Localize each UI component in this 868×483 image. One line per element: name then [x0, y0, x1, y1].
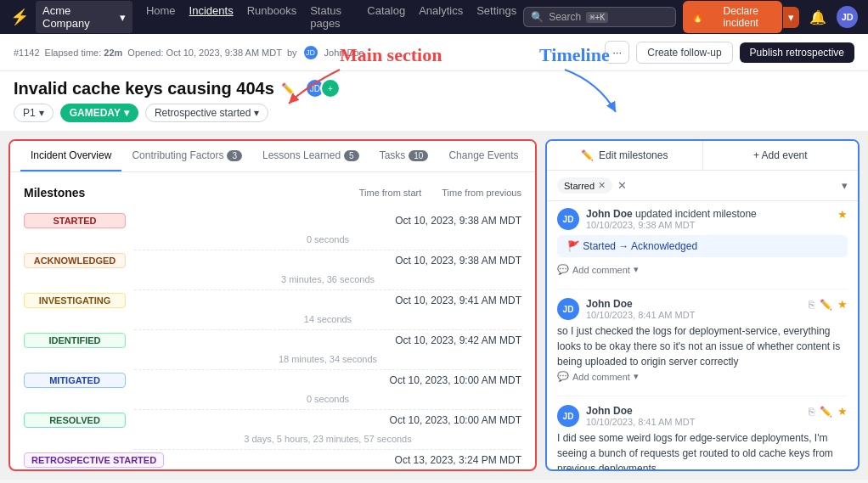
- severity-tag[interactable]: P1 ▾: [14, 104, 54, 122]
- more-options-button[interactable]: ···: [605, 41, 629, 64]
- gap-identified-mitigated: 18 minutes, 34 seconds: [134, 351, 521, 367]
- milestone-started: STARTED Oct 10, 2023, 9:38 AM MDT: [24, 213, 521, 228]
- event-author-2: John Doe: [586, 298, 633, 310]
- tab-tasks[interactable]: Tasks 10: [369, 141, 439, 171]
- event-time-2: 10/10/2023, 8:41 AM MDT: [586, 310, 695, 320]
- main-content: Incident Overview Contributing Factors 3…: [0, 131, 868, 480]
- create-followup-button[interactable]: Create follow-up: [636, 42, 732, 64]
- user-avatar[interactable]: JD: [837, 6, 858, 28]
- right-panel: ✏️ Edit milestones + Add event Starred ✕…: [545, 139, 860, 471]
- event-star-1[interactable]: ★: [837, 208, 848, 221]
- event-star-2[interactable]: ★: [837, 298, 848, 311]
- comment-bubble-icon-2: 💬: [557, 371, 569, 382]
- tabs-bar: Incident Overview Contributing Factors 3…: [10, 141, 535, 172]
- header-actions: ··· Create follow-up Publish retrospecti…: [605, 41, 854, 64]
- starred-filter-label: Starred: [564, 181, 595, 191]
- incident-title-area: Invalid cache keys causing 404s ✏️ JD +: [0, 71, 868, 98]
- nav-analytics[interactable]: Analytics: [419, 4, 463, 30]
- status-value: Retrospective started: [155, 107, 251, 119]
- starred-filter-tag[interactable]: Starred ✕: [557, 177, 612, 194]
- nav-catalog[interactable]: Catalog: [367, 4, 405, 30]
- edit-milestones-button[interactable]: ✏️ Edit milestones: [547, 141, 703, 170]
- declare-incident-caret[interactable]: ▾: [783, 7, 799, 28]
- event-body-3: I did see some weird logs for edge-servi…: [557, 430, 848, 469]
- incident-meta: #1142 Elapsed time: 22m Opened: Oct 10, …: [14, 44, 364, 61]
- author-avatar: JD: [302, 44, 319, 61]
- remove-filter-icon[interactable]: ✕: [598, 180, 606, 191]
- header-bar: #1142 Elapsed time: 22m Opened: Oct 10, …: [0, 34, 868, 71]
- milestone-acknowledged-badge: ACKNOWLEDGED: [24, 253, 126, 268]
- event-icons-2: ⎘ ✏️ ★: [809, 298, 848, 311]
- tab-incident-overview[interactable]: Incident Overview: [20, 141, 121, 171]
- copy-icon-3[interactable]: ⎘: [809, 406, 814, 418]
- incident-number: #1142: [14, 48, 40, 58]
- clear-all-filters-icon[interactable]: ✕: [617, 179, 627, 192]
- copy-icon-2[interactable]: ⎘: [809, 299, 814, 311]
- event-time-1: 10/10/2023, 9:38 AM MDT: [586, 220, 757, 230]
- milestone-retro-started: RETROSPECTIVE STARTED Oct 13, 2023, 3:24…: [24, 452, 521, 468]
- tab-lessons-learned[interactable]: Lessons Learned 5: [252, 141, 369, 171]
- add-comment-2[interactable]: 💬 Add comment ▾: [557, 369, 848, 384]
- edit-icon-2[interactable]: ✏️: [820, 299, 832, 311]
- nav-status-pages[interactable]: Status pages: [310, 4, 353, 30]
- nav-home[interactable]: Home: [146, 4, 176, 30]
- status-tag[interactable]: Retrospective started ▾: [145, 104, 268, 122]
- environment-tag[interactable]: GAMEDAY ▾: [60, 104, 138, 122]
- comment-bubble-icon: 💬: [557, 264, 569, 275]
- edit-icon-3[interactable]: ✏️: [820, 406, 832, 418]
- app-logo: ⚡: [10, 8, 29, 26]
- edit-title-icon[interactable]: ✏️: [281, 82, 295, 95]
- severity-value: P1: [23, 107, 36, 119]
- company-chevron-icon: ▾: [120, 11, 126, 24]
- event-header-3: JD John Doe 10/10/2023, 8:41 AM MDT ⎘ ✏️…: [557, 405, 848, 427]
- tasks-badge: 10: [409, 150, 428, 161]
- event-star-3[interactable]: ★: [837, 405, 848, 418]
- status-chevron-icon: ▾: [254, 107, 259, 119]
- notifications-bell-icon[interactable]: 🔔: [806, 6, 830, 29]
- event-separator-2: [557, 396, 848, 396]
- milestones-title: Milestones: [24, 186, 85, 199]
- add-event-button[interactable]: + Add event: [703, 141, 859, 170]
- milestone-investigating: INVESTIGATING Oct 10, 2023, 9:41 AM MDT: [24, 293, 521, 308]
- event-author-1: John Doe: [586, 208, 633, 220]
- event-icons-3: ⎘ ✏️ ★: [809, 405, 848, 418]
- milestone-transition: 🚩 Started → Acknowledged: [557, 235, 848, 257]
- nav-incidents[interactable]: Incidents: [189, 4, 234, 30]
- nav-runbooks[interactable]: Runbooks: [247, 4, 297, 30]
- col-time-from-previous: Time from previous: [442, 188, 521, 198]
- gap-mitigated-resolved: 0 seconds: [134, 391, 521, 407]
- filter-options-icon[interactable]: ▾: [842, 179, 848, 192]
- add-comment-1[interactable]: 💬 Add comment ▾: [557, 262, 848, 277]
- environment-value: GAMEDAY: [70, 107, 121, 119]
- company-selector[interactable]: Acme Company ▾: [36, 1, 132, 33]
- elapsed-label: Elapsed time: 22m: [45, 48, 123, 58]
- timeline-events: JD John Doe updated incident milestone 1…: [547, 201, 858, 469]
- gap-resolved-retro: 3 days, 5 hours, 23 minutes, 57 seconds: [134, 431, 521, 446]
- severity-chevron-icon: ▾: [39, 107, 44, 119]
- milestone-acknowledged: ACKNOWLEDGED Oct 10, 2023, 9:38 AM MDT: [24, 253, 521, 268]
- author-name: John Doe: [324, 48, 364, 58]
- add-comment-chevron-1: ▾: [634, 264, 639, 275]
- left-panel: Incident Overview Contributing Factors 3…: [8, 139, 537, 471]
- event-meta-2: John Doe: [586, 298, 695, 310]
- search-box[interactable]: 🔍 Search ⌘+K: [523, 7, 676, 27]
- assignee-avatar-2: +: [320, 78, 341, 98]
- search-placeholder: Search: [549, 11, 581, 23]
- nav-settings[interactable]: Settings: [476, 4, 516, 30]
- milestone-retro-badge: RETROSPECTIVE STARTED: [24, 452, 164, 468]
- tab-contributing-factors[interactable]: Contributing Factors 3: [121, 141, 252, 171]
- tab-change-events[interactable]: Change Events: [438, 141, 528, 171]
- milestone-mitigated: MITIGATED Oct 10, 2023, 10:00 AM MDT: [24, 373, 521, 388]
- milestone-mitigated-time: Oct 10, 2023, 10:00 AM MDT: [390, 374, 521, 386]
- timeline-header: ✏️ Edit milestones + Add event: [547, 141, 858, 171]
- environment-chevron-icon: ▾: [124, 107, 129, 119]
- publish-retrospective-button[interactable]: Publish retrospective: [740, 42, 854, 63]
- event-avatar-2: JD: [557, 298, 579, 320]
- declare-incident-button[interactable]: 🔥 Declare incident: [683, 1, 782, 33]
- event-body-2: so I just checked the logs for deploymen…: [557, 323, 848, 369]
- company-name: Acme Company: [42, 4, 116, 30]
- milestone-retro-time: Oct 13, 2023, 3:24 PM MDT: [395, 454, 521, 466]
- event-action-1: updated incident milestone: [635, 208, 757, 220]
- milestone-started-time: Oct 10, 2023, 9:38 AM MDT: [395, 215, 521, 227]
- milestone-investigating-badge: INVESTIGATING: [24, 293, 126, 308]
